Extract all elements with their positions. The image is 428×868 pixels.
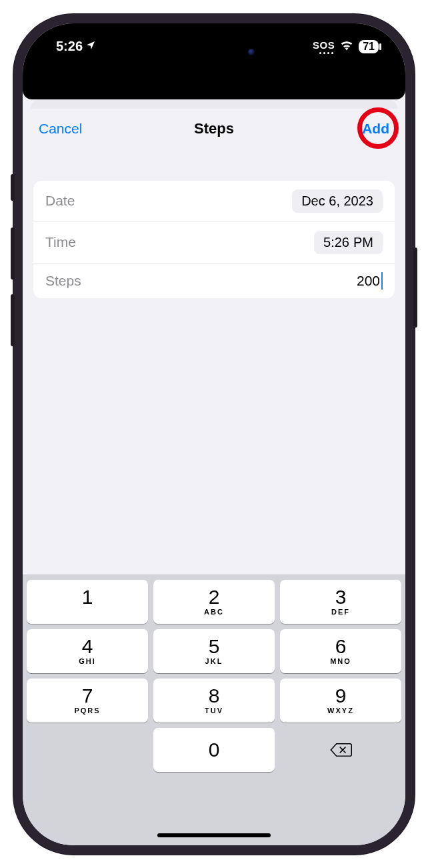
add-button[interactable]: Add <box>362 121 389 137</box>
key-digit: 5 <box>209 636 220 657</box>
key-digit: 7 <box>82 686 93 706</box>
background-sheet-peek <box>31 99 397 109</box>
key-8[interactable]: 8TUV <box>153 679 275 723</box>
key-6[interactable]: 6MNO <box>280 629 401 673</box>
key-5[interactable]: 5JKL <box>153 629 275 673</box>
date-row: Date Dec 6, 2023 <box>33 181 395 222</box>
key-0[interactable]: 0 <box>153 728 275 772</box>
key-digit: 4 <box>82 636 93 657</box>
key-9[interactable]: 9WXYZ <box>280 679 401 723</box>
volume-up-button <box>11 228 15 280</box>
steps-row: Steps 200 <box>33 263 395 298</box>
status-time: 5:26 <box>56 39 83 54</box>
key-digit: 6 <box>335 636 347 657</box>
text-cursor-icon <box>381 272 383 290</box>
location-icon <box>85 39 96 54</box>
power-button <box>413 248 417 328</box>
dynamic-island <box>164 39 264 65</box>
key-letters: JKL <box>205 658 223 665</box>
front-camera-icon <box>248 49 255 55</box>
home-indicator[interactable] <box>157 833 271 837</box>
backspace-icon <box>329 741 352 759</box>
key-4[interactable]: 4GHI <box>27 629 148 673</box>
key-digit: 2 <box>209 587 220 607</box>
key-digit: 8 <box>209 686 220 706</box>
key-letters: MNO <box>330 658 351 665</box>
key-letters: ABC <box>204 608 224 616</box>
time-label: Time <box>45 234 76 250</box>
screen: 5:26 SOS 71 Cancel S <box>23 23 405 845</box>
key-1[interactable]: 1 <box>27 580 148 624</box>
key-letters <box>85 608 89 616</box>
numeric-keyboard: 1 2ABC3DEF4GHI5JKL6MNO7PQRS8TUV9WXYZ 0 <box>23 574 405 845</box>
time-picker[interactable]: 5:26PM <box>314 231 383 254</box>
date-label: Date <box>45 193 75 209</box>
key-2[interactable]: 2ABC <box>153 580 275 624</box>
steps-input[interactable]: 200 <box>357 272 383 290</box>
key-digit: 9 <box>335 686 347 706</box>
key-letters: TUV <box>205 707 223 715</box>
key-7[interactable]: 7PQRS <box>27 679 148 723</box>
time-row: Time 5:26PM <box>33 222 395 263</box>
key-letters: WXYZ <box>327 707 354 715</box>
key-letters: GHI <box>79 658 96 665</box>
key-empty <box>27 728 148 772</box>
wifi-icon <box>340 39 353 54</box>
key-digit: 3 <box>335 587 347 607</box>
key-digit: 1 <box>82 587 93 607</box>
key-letters: DEF <box>331 608 350 616</box>
cancel-button[interactable]: Cancel <box>39 121 82 137</box>
form-card: Date Dec 6, 2023 Time 5:26PM Steps 200 <box>33 181 395 298</box>
date-picker[interactable]: Dec 6, 2023 <box>292 189 383 213</box>
key-3[interactable]: 3DEF <box>280 580 401 624</box>
sos-indicator: SOS <box>313 39 335 54</box>
phone-frame: 5:26 SOS 71 Cancel S <box>13 14 415 855</box>
backspace-key[interactable] <box>280 728 401 772</box>
key-letters: PQRS <box>74 707 100 715</box>
mute-switch <box>11 174 15 201</box>
volume-down-button <box>11 294 15 346</box>
nav-bar: Cancel Steps Add <box>23 109 405 147</box>
status-bar-background <box>23 63 405 99</box>
steps-label: Steps <box>45 273 81 289</box>
battery-indicator: 71 <box>359 40 379 53</box>
page-title: Steps <box>194 120 234 137</box>
